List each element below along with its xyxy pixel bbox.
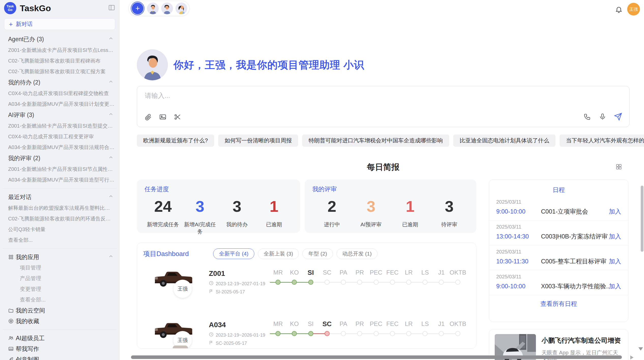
sidebar-conversation-item[interactable]: Z001-全新燃油皮卡产品开发项目SI节点Lesson Learn报告 [0, 45, 119, 55]
chevron-up-icon[interactable] [108, 111, 114, 118]
filter-tab[interactable]: 年型 (2) [302, 248, 333, 259]
clock-icon [209, 281, 214, 287]
vertical-scrollbar[interactable] [641, 186, 643, 252]
sidebar-app-change-mgmt[interactable]: 变更管理 [0, 284, 119, 294]
greeting-text: 你好，王强，我是你的项目管理助理 小识 [173, 58, 364, 72]
input-tools-right [583, 113, 622, 122]
filter-tab[interactable]: 动总开发 (1) [336, 248, 378, 259]
milestone-fec: FEC [384, 268, 401, 288]
filter-tab[interactable]: 全新平台 (4) [213, 248, 254, 259]
event-time: 13:00-14:30 [496, 233, 541, 240]
scroll-down-arrow-icon[interactable] [638, 347, 643, 351]
suggestion-chip[interactable]: 欧洲新规最近颁布了什么? [137, 134, 214, 147]
sidebar-conversation-item[interactable]: C0X4-动力总成开发项目SI里程碑提交物检查 [0, 88, 119, 99]
sidebar-item-cloud-space[interactable]: 我的云空间 [0, 305, 119, 316]
milestone-ko: KO [286, 319, 302, 339]
project-code: Z001 [209, 269, 225, 278]
scroll-right-arrow-icon[interactable] [630, 355, 634, 359]
section-title: 我的待办 (2) [8, 79, 40, 86]
section-my-todo[interactable]: 我的待办 (2) [0, 77, 119, 88]
stat-label: AI预评审 [352, 221, 391, 228]
chat-input[interactable] [145, 92, 440, 100]
sidebar-item-ai-super-staff[interactable]: AI超级员工 [0, 333, 119, 343]
sidebar-conversation-item[interactable]: A034-全新新能源MUV产品开发项目造型可行性评审 [0, 174, 119, 185]
greeting-row: 你好，王强，我是你的项目管理助理 小识 [137, 49, 630, 80]
chevron-up-icon[interactable] [108, 155, 114, 162]
stat-in-progress: 2 进行中 [312, 197, 352, 228]
join-button[interactable]: 加入 [609, 207, 621, 216]
event-name: C005-整车工程目标评审 [541, 257, 609, 265]
collapse-sidebar-icon[interactable] [108, 4, 115, 12]
sidebar-conversation-item[interactable]: A034-全新新能源MUV产品开发项目计划变更表编写 [0, 99, 119, 109]
suggestion-chip[interactable]: 如何写一份清晰的项目周报 [218, 134, 298, 147]
suggestion-chip[interactable]: 特朗普可能对进口汽车增税会对中国车企造成哪些影响 [302, 134, 449, 147]
sidebar-conversation-item[interactable]: Z001-全新燃油轻卡产品开发项目SI节点属性5D文件评审 [0, 164, 119, 174]
section-agent-done[interactable]: Agent已办 (3) [0, 34, 119, 45]
divider [3, 329, 117, 330]
layout-grid-icon[interactable] [615, 163, 622, 171]
sidebar-conversation-item[interactable]: 解释最新出台的欧盟报废车法规再生塑料比例被调至15%... [0, 203, 119, 213]
image-upload-icon[interactable] [159, 113, 167, 122]
sidebar-item-my-apps[interactable]: 我的应用 [0, 252, 119, 262]
chevron-up-icon[interactable] [108, 36, 114, 43]
suggestion-chip[interactable]: 比亚迪全固态电池计划具体说了什么 [453, 134, 555, 147]
horizontal-scrollbar[interactable] [131, 355, 622, 359]
sidebar-item-favorites[interactable]: 我的收藏 [0, 316, 119, 326]
view-all-schedule[interactable]: 查看所有日程 [489, 295, 628, 312]
sidebar-header: Task Go TaskGo [0, 0, 119, 16]
join-button[interactable]: 加入 [609, 232, 621, 241]
event-time: 9:00-10:00 [496, 283, 541, 290]
stat-label: 我的待办 [218, 221, 256, 228]
milestone-mr: MR [270, 319, 286, 339]
new-chat-button[interactable]: + 新对话 [4, 18, 115, 30]
sidebar-item-creative-draw[interactable]: 创意制图 [0, 354, 119, 360]
microphone-icon[interactable] [599, 113, 606, 122]
dashboard-filters: 全新平台 (4) 全新上装 (3) 年型 (2) 动总开发 (1) [213, 248, 377, 259]
task-progress-card: 任务进度 24 新增完成任务 3 新增AI完成任务 [137, 179, 300, 233]
section-recent-chats[interactable]: 最近对话 [0, 191, 119, 203]
sidebar-conversation-item[interactable]: 公司Q3轻卡销量 [0, 224, 119, 235]
event-time: 9:00-10:00 [496, 208, 541, 215]
suggestion-chip[interactable]: 当下年轻人对汽车外观有怎样的喜好趋势 [560, 134, 644, 147]
recent-view-all[interactable]: 查看全部... [0, 235, 119, 245]
sidebar-conversation-item[interactable]: A034-全新新能源MUV产品开发项目法规符合性评审 [0, 142, 119, 153]
attachment-icon[interactable] [144, 113, 152, 122]
sidebar-item-help-write[interactable]: 帮我写作 [0, 343, 119, 354]
project-code: A034 [209, 321, 226, 329]
sidebar-app-project-mgmt[interactable]: 项目管理 [0, 262, 119, 273]
stat-value: 3 [430, 197, 469, 215]
sidebar-conversation-item[interactable]: C0X4-动力总成开发项目工程变更评审 [0, 131, 119, 142]
chevron-up-icon[interactable] [108, 253, 114, 261]
folder-icon [8, 308, 16, 313]
join-button[interactable]: 加入 [609, 257, 621, 265]
schedule-title: 日程 [489, 180, 628, 196]
scissors-icon[interactable] [174, 113, 181, 122]
stat-value: 1 [256, 197, 293, 215]
news-title: 小鹏飞行汽车制造公司增资 [541, 336, 621, 345]
section-my-review[interactable]: 我的评审 (2) [0, 153, 119, 164]
flag-icon [209, 340, 214, 346]
phone-icon[interactable] [583, 113, 591, 122]
filter-tab[interactable]: 全新上装 (3) [258, 248, 299, 259]
sidebar-conversation-item[interactable]: C02-飞腾新能源轻客改款项目的闭环通告反馈情况 [0, 213, 119, 224]
chevron-up-icon[interactable] [108, 193, 114, 201]
ai-super-staff-label: AI超级员工 [16, 334, 45, 342]
join-button[interactable]: 加入 [609, 282, 621, 290]
favorites-label: 我的收藏 [16, 317, 39, 325]
sidebar-conversation-item[interactable]: C02-飞腾新能源轻客改款项目立项汇报方案 [0, 66, 119, 77]
project-row[interactable]: 王强 A034 2023-12-19~2026-01-19 SC-2025-05… [137, 317, 476, 349]
section-title: AI评审 (3) [8, 111, 34, 119]
sidebar-conversation-item[interactable]: C02-飞腾新能源轻客改款项目里程碑画布 [0, 55, 119, 66]
project-row[interactable]: 王强 Z001 2023-12-19~2027-01-19 SI-2025-05… [137, 266, 476, 317]
left-column: 任务进度 24 新增完成任务 3 新增AI完成任务 [137, 179, 476, 360]
sidebar-app-product-mgmt[interactable]: 产品管理 [0, 273, 119, 284]
chevron-up-icon[interactable] [108, 79, 114, 86]
schedule-event: 2025/03/11 13:00-14:30 C003|H0B-方案冻结评审 加… [489, 220, 628, 245]
stat-to-review: 3 待评审 [430, 197, 469, 228]
taskgo-logo: Task Go [4, 2, 16, 14]
stat-value: 2 [312, 197, 352, 215]
send-icon[interactable] [614, 113, 622, 122]
apps-view-all[interactable]: 查看全部... [0, 294, 119, 305]
section-ai-review[interactable]: AI评审 (3) [0, 109, 119, 121]
sidebar-conversation-item[interactable]: Z001-全新燃油轻卡产品开发项目SI造型提交物评审 [0, 121, 119, 131]
